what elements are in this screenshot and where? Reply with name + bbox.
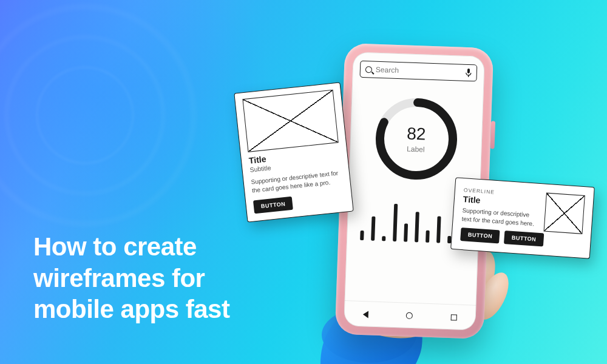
card-button-2[interactable]: BUTTON	[504, 231, 544, 246]
overview-icon[interactable]	[450, 314, 456, 320]
image-placeholder-icon	[242, 90, 338, 152]
decorative-ring	[6, 36, 164, 194]
donut-value: 82	[407, 124, 426, 144]
card-button[interactable]: BUTTON	[253, 197, 293, 214]
wireframe-card-right: OVERLINE Title Supporting or descriptive…	[450, 177, 595, 259]
mic-icon[interactable]	[466, 69, 472, 77]
svg-rect-4	[467, 69, 470, 73]
image-placeholder-icon	[544, 193, 585, 234]
back-icon[interactable]	[363, 311, 368, 318]
donut-chart: 82 Label	[348, 92, 483, 186]
card-button-1[interactable]: BUTTON	[460, 228, 500, 243]
search-placeholder: Search	[376, 66, 462, 77]
search-input[interactable]: Search	[359, 61, 477, 82]
decorative-ring	[36, 67, 134, 164]
android-nav-bar	[344, 300, 476, 331]
wireframe-card-left: Title Subtitle Supporting or descriptive…	[234, 82, 353, 222]
card-description: Supporting or descriptive text for the c…	[251, 169, 343, 195]
home-icon[interactable]	[406, 312, 413, 319]
decorative-ring	[0, 6, 194, 224]
donut-label: Label	[407, 145, 425, 154]
card-description: Supporting or descriptive text for the c…	[461, 206, 538, 228]
search-icon	[365, 66, 372, 73]
hero-stage: How to create wireframes for mobile apps…	[0, 0, 607, 364]
page-title: How to create wireframes for mobile apps…	[33, 231, 288, 325]
